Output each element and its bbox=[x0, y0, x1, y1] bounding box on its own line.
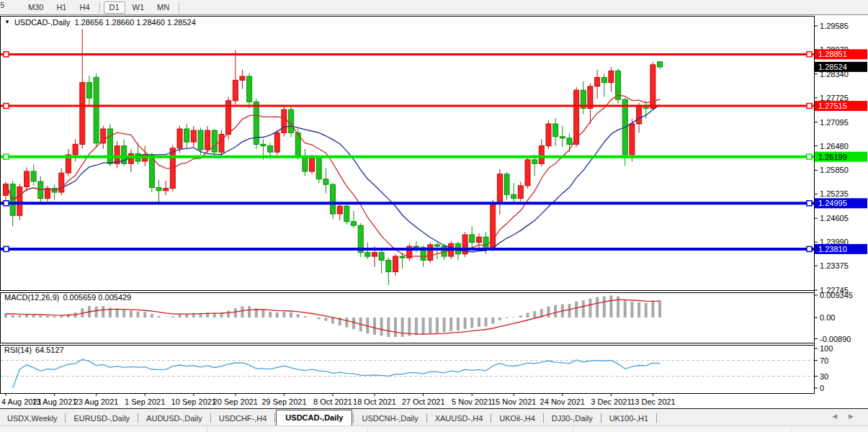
chart-ohlc-values: 1.28656 1.28660 1.28460 1.28524 bbox=[75, 18, 196, 27]
svg-text:1.24605: 1.24605 bbox=[820, 214, 849, 222]
macd-name: MACD(12,26,9) bbox=[4, 293, 59, 302]
svg-text:1.27725: 1.27725 bbox=[820, 94, 849, 102]
statusbar-divider bbox=[790, 427, 791, 432]
svg-text:100: 100 bbox=[820, 344, 833, 353]
timeframe-button-d1[interactable]: D1 bbox=[104, 1, 125, 14]
svg-text:20 Sep 2021: 20 Sep 2021 bbox=[213, 397, 258, 406]
svg-text:10 Sep 2021: 10 Sep 2021 bbox=[171, 397, 216, 406]
pane-frames bbox=[1, 17, 815, 394]
timeframe-button-w1[interactable]: W1 bbox=[127, 1, 151, 14]
hline-price-label: 1.27515 bbox=[815, 101, 867, 111]
svg-text:23 Aug 2021: 23 Aug 2021 bbox=[74, 397, 119, 406]
chart-tab-bar: USDX,WeeklyEURUSD-,DailyAUDUSD-,DailyUSD… bbox=[0, 408, 868, 426]
chart-tab-usdcad-daily[interactable]: USDCAD-,Daily bbox=[276, 410, 352, 426]
svg-text:1.29585: 1.29585 bbox=[820, 22, 849, 30]
svg-text:1 Sep 2021: 1 Sep 2021 bbox=[125, 397, 165, 406]
chart-tab-usdcnh-daily[interactable]: USDCNH-,Daily bbox=[354, 411, 425, 426]
svg-text:70: 70 bbox=[820, 356, 828, 365]
svg-text:1.23810: 1.23810 bbox=[818, 245, 847, 253]
svg-text:29 Sep 2021: 29 Sep 2021 bbox=[261, 397, 306, 406]
chart-tab-usdx-weekly[interactable]: USDX,Weekly bbox=[0, 411, 64, 426]
hline-price-label: 1.23810 bbox=[815, 244, 867, 254]
current-price-label: 1.28524 bbox=[815, 62, 867, 72]
svg-text:13 Aug 2021: 13 Aug 2021 bbox=[32, 397, 77, 406]
svg-text:1.28524: 1.28524 bbox=[818, 63, 847, 71]
price-axis[interactable]: 1.295851.289701.283401.277251.270951.264… bbox=[815, 22, 868, 392]
hline-price-label: 1.24995 bbox=[815, 198, 867, 208]
timeframe-toolbar: M5M30H1H4D1W1MN bbox=[0, 0, 868, 15]
chart-tab-xauusd-h4[interactable]: XAUUSD-,H4 bbox=[428, 411, 491, 426]
date-axis[interactable]: 4 Aug 202113 Aug 202123 Aug 20211 Sep 20… bbox=[1, 394, 676, 407]
rsi-value: 64.5127 bbox=[35, 346, 64, 354]
toolbar-separator bbox=[179, 2, 179, 13]
chart-tab-ukoil-h4[interactable]: UKOil-,H4 bbox=[492, 411, 542, 426]
trading-platform-window: M5M30H1H4D1W1MN 1.295851.289701.283401.2… bbox=[0, 0, 868, 432]
svg-text:1.27515: 1.27515 bbox=[818, 102, 847, 110]
macd-values: 0.005659 0.005429 bbox=[63, 293, 131, 302]
rsi-indicator-label: RSI(14)64.5127 bbox=[4, 346, 64, 354]
chart-tab-uk100-h1[interactable]: UK100-,H1 bbox=[602, 411, 656, 426]
svg-text:1.24995: 1.24995 bbox=[818, 199, 847, 207]
svg-text:15 Nov 2021: 15 Nov 2021 bbox=[491, 397, 536, 406]
svg-text:8 Oct 2021: 8 Oct 2021 bbox=[313, 397, 352, 406]
symbol-dropdown-icon[interactable]: ▼ bbox=[4, 19, 10, 26]
svg-text:30: 30 bbox=[820, 372, 828, 381]
svg-text:1.26199: 1.26199 bbox=[818, 153, 847, 161]
chart-tab-eurusd-daily[interactable]: EURUSD-,Daily bbox=[66, 411, 137, 426]
svg-text:0: 0 bbox=[820, 384, 824, 392]
chart-symbol-period: USDCAD-,Daily bbox=[14, 18, 71, 27]
tab-divider bbox=[491, 413, 491, 423]
tab-divider bbox=[601, 413, 601, 423]
tab-divider bbox=[65, 413, 66, 423]
timeframe-button-mn[interactable]: MN bbox=[151, 1, 175, 14]
timeframe-button-m5[interactable]: M5 bbox=[1, 1, 21, 14]
status-bar bbox=[0, 426, 868, 432]
statusbar-divider bbox=[367, 427, 368, 432]
svg-text:1.25850: 1.25850 bbox=[820, 166, 849, 174]
svg-text:24 Nov 2021: 24 Nov 2021 bbox=[540, 397, 585, 406]
tab-scroll-arrows: ◀ ▶ bbox=[832, 413, 854, 420]
svg-text:1.25235: 1.25235 bbox=[820, 189, 849, 198]
svg-text:3 Dec 2021: 3 Dec 2021 bbox=[591, 397, 631, 406]
tab-divider bbox=[656, 413, 657, 423]
timeframe-button-m30[interactable]: M30 bbox=[22, 1, 49, 14]
hline-price-label: 1.26199 bbox=[815, 152, 867, 162]
macd-indicator-label: MACD(12,26,9)0.005659 0.005429 bbox=[4, 293, 131, 302]
chart-tab-audusd-daily[interactable]: AUDUSD-,Daily bbox=[139, 411, 210, 426]
svg-text:1.23375: 1.23375 bbox=[820, 261, 849, 270]
tab-divider bbox=[353, 413, 354, 423]
rsi-name: RSI(14) bbox=[4, 346, 32, 354]
statusbar-divider bbox=[207, 427, 207, 432]
tab-divider bbox=[274, 413, 275, 423]
chart-canvas[interactable]: 1.295851.289701.283401.277251.270951.264… bbox=[0, 14, 868, 408]
chart-tab-dj30-daily[interactable]: DJ30-,Daily bbox=[545, 411, 600, 426]
svg-text:1.27095: 1.27095 bbox=[820, 118, 849, 127]
svg-text:-0.00890: -0.00890 bbox=[820, 335, 851, 343]
toolbar-separator bbox=[99, 2, 100, 13]
hline-price-label: 1.28851 bbox=[815, 49, 867, 59]
tab-divider bbox=[426, 413, 427, 423]
svg-text:1.26480: 1.26480 bbox=[820, 142, 849, 150]
timeframe-button-h4[interactable]: H4 bbox=[73, 1, 95, 14]
svg-text:5 Nov 2021: 5 Nov 2021 bbox=[452, 397, 492, 406]
svg-text:18 Oct 2021: 18 Oct 2021 bbox=[353, 397, 396, 406]
chart-header: ▼ USDCAD-,Daily 1.28656 1.28660 1.28460 … bbox=[4, 18, 196, 27]
svg-text:0.00: 0.00 bbox=[820, 313, 835, 322]
svg-text:13 Dec 2021: 13 Dec 2021 bbox=[630, 397, 675, 406]
tab-divider bbox=[543, 413, 544, 423]
tab-scroll-left-icon[interactable]: ◀ bbox=[832, 413, 837, 420]
statusbar-divider bbox=[573, 427, 573, 432]
tab-divider bbox=[138, 413, 138, 423]
timeframe-button-h1[interactable]: H1 bbox=[50, 1, 72, 14]
svg-text:0.009345: 0.009345 bbox=[820, 291, 853, 300]
svg-text:1.28851: 1.28851 bbox=[818, 50, 847, 58]
svg-text:27 Oct 2021: 27 Oct 2021 bbox=[402, 397, 445, 406]
tab-divider bbox=[210, 413, 211, 423]
tab-scroll-right-icon[interactable]: ▶ bbox=[849, 413, 854, 420]
chart-tab-usdchf-h4[interactable]: USDCHF-,H4 bbox=[212, 411, 274, 426]
